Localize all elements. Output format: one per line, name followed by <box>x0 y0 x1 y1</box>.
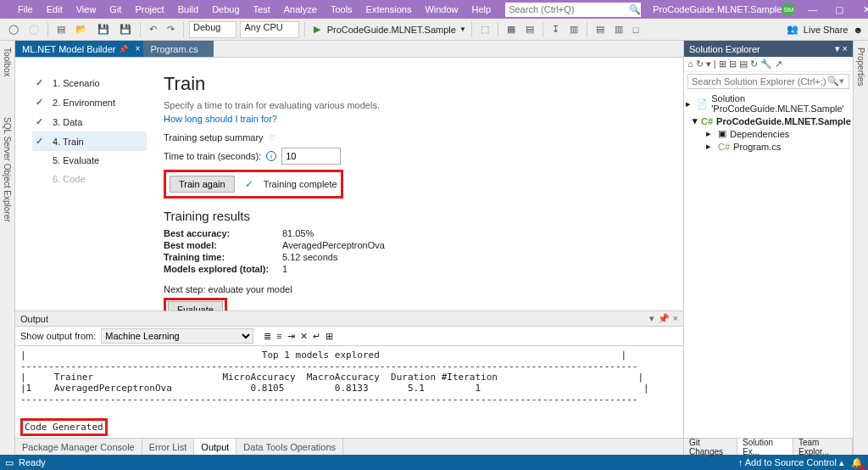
solution-search-input[interactable] <box>687 74 849 89</box>
notifications-icon[interactable]: 🔔 <box>851 457 863 468</box>
dropdown-icon[interactable]: ▾ <box>649 313 654 324</box>
wrench-icon[interactable]: 🔧 <box>760 59 772 70</box>
sol-icon[interactable]: ▾ <box>706 59 711 70</box>
search-icon[interactable]: 🔍▾ <box>827 76 844 87</box>
tree-project[interactable]: ▾C#ProCodeGuide.MLNET.Sample <box>686 115 851 127</box>
help-link[interactable]: How long should I train for? <box>164 114 666 124</box>
menu-view[interactable]: View <box>70 3 103 16</box>
tab-error-list[interactable]: Error List <box>142 439 195 455</box>
feedback-icon[interactable]: ☻ <box>853 25 863 35</box>
dropdown-icon[interactable]: ▾ × <box>835 43 848 54</box>
sol-icon[interactable]: ↻ <box>750 59 758 70</box>
step-evaluate[interactable]: 5. Evaluate <box>32 151 147 170</box>
tab-program-cs[interactable]: Program.cs <box>143 41 213 57</box>
train-again-button[interactable]: Train again <box>170 176 235 193</box>
sol-icon[interactable]: ↗ <box>775 59 782 70</box>
close-button[interactable]: ✕ <box>856 3 868 17</box>
new-file-icon[interactable]: ▤ <box>53 22 69 36</box>
user-badge[interactable]: SM <box>782 3 795 16</box>
live-share-icon[interactable]: 👥 <box>787 24 798 35</box>
output-tool-icon[interactable]: ≡ <box>276 331 281 341</box>
output-tool-icon[interactable]: ↵ <box>313 331 320 342</box>
live-share-button[interactable]: Live Share <box>804 25 849 35</box>
close-icon[interactable]: × <box>673 313 678 324</box>
home-icon[interactable]: ⌂ <box>687 59 693 70</box>
search-icon[interactable]: 🔍 <box>629 3 641 17</box>
step-train[interactable]: ✓4. Train <box>32 131 147 151</box>
tab-data-tools[interactable]: Data Tools Operations <box>236 439 343 455</box>
toolbar-icon-3[interactable]: ▤ <box>522 22 537 36</box>
toolbar-icon-4[interactable]: ↧ <box>548 22 563 36</box>
menu-test[interactable]: Test <box>248 3 276 16</box>
menu-edit[interactable]: Edit <box>41 3 69 16</box>
sol-icon[interactable]: ▤ <box>739 59 748 70</box>
output-textarea[interactable]: | Top 1 models explored | --------------… <box>15 346 683 417</box>
redo-icon[interactable]: ↷ <box>164 22 178 36</box>
sol-icon[interactable]: ⊞ <box>719 59 726 70</box>
menu-tools[interactable]: Tools <box>325 3 359 16</box>
chevron-right-icon[interactable]: ▸ <box>706 141 715 152</box>
config-select[interactable]: Debug <box>189 21 236 38</box>
undo-icon[interactable]: ↶ <box>146 22 160 36</box>
menu-build[interactable]: Build <box>172 3 204 16</box>
heart-icon[interactable]: ♡ <box>269 133 276 143</box>
evaluate-button[interactable]: Evaluate <box>168 301 223 311</box>
pin-icon[interactable]: 📌 <box>658 313 670 324</box>
tab-solution-explorer[interactable]: Solution Ex... <box>737 439 793 455</box>
open-icon[interactable]: 📂 <box>72 22 91 36</box>
nav-fwd-icon[interactable]: ◯ <box>25 22 42 36</box>
output-tool-icon[interactable]: ⊞ <box>326 331 333 342</box>
tab-git-changes[interactable]: Git Changes <box>684 439 737 455</box>
chevron-down-icon[interactable]: ▾ <box>693 115 698 126</box>
save-all-icon[interactable]: 💾 <box>116 22 135 36</box>
info-icon[interactable]: i <box>266 151 276 161</box>
sync-icon[interactable]: ↻ <box>696 59 704 70</box>
sql-server-tab[interactable]: SQL Server Object Explorer <box>3 114 12 226</box>
properties-tab[interactable]: Properties <box>856 44 865 90</box>
save-icon[interactable]: 💾 <box>94 22 113 36</box>
nav-back-icon[interactable]: ◯ <box>5 22 22 36</box>
tab-model-builder[interactable]: ML.NET Model Builder 📌 × <box>15 41 143 57</box>
toolbox-tab[interactable]: Toolbox <box>3 44 12 80</box>
toolbar-icon-8[interactable]: □ <box>630 23 643 36</box>
output-tool-icon[interactable]: ≣ <box>264 331 271 342</box>
menu-analyze[interactable]: Analyze <box>278 3 323 16</box>
chevron-right-icon[interactable]: ▸ <box>706 128 715 139</box>
start-debug-button[interactable]: ▶ <box>310 22 324 36</box>
menu-debug[interactable]: Debug <box>206 3 245 16</box>
output-tool-icon[interactable]: ✕ <box>300 331 308 342</box>
step-data[interactable]: ✓3. Data <box>32 112 147 131</box>
toolbar-icon-6[interactable]: ▤ <box>593 22 608 36</box>
menu-help[interactable]: Help <box>466 3 498 16</box>
tree-program-cs[interactable]: ▸C#Program.cs <box>686 140 851 153</box>
toolbar-icon-1[interactable]: ⬚ <box>477 22 492 36</box>
close-tab-icon[interactable]: × <box>136 44 141 53</box>
source-control-button[interactable]: ↑ Add to Source Control ▴ <box>738 457 844 468</box>
pin-icon[interactable]: 📌 <box>119 45 128 53</box>
toolbar-icon-2[interactable]: ▦ <box>504 22 519 36</box>
maximize-button[interactable]: ▢ <box>829 3 849 17</box>
menu-file[interactable]: File <box>12 3 39 16</box>
menu-git[interactable]: Git <box>103 3 127 16</box>
output-source-select[interactable]: Machine Learning <box>101 328 253 344</box>
chevron-right-icon[interactable]: ▸ <box>686 98 693 109</box>
minimize-button[interactable]: — <box>802 3 822 16</box>
menu-project[interactable]: Project <box>129 3 170 16</box>
search-input[interactable] <box>505 3 629 17</box>
output-tool-icon[interactable]: ⇥ <box>287 331 295 342</box>
tree-dependencies[interactable]: ▸▣Dependencies <box>686 127 851 140</box>
toolbar-icon-7[interactable]: ▥ <box>611 22 626 36</box>
menu-window[interactable]: Window <box>419 3 464 16</box>
menu-extensions[interactable]: Extensions <box>360 3 418 16</box>
tab-package-manager[interactable]: Package Manager Console <box>15 439 142 455</box>
tree-solution-root[interactable]: ▸📄Solution 'ProCodeGuide.MLNET.Sample' <box>686 92 851 115</box>
start-target[interactable]: ProCodeGuide.MLNET.Sample <box>327 25 456 35</box>
step-scenario[interactable]: ✓1. Scenario <box>32 73 147 92</box>
step-environment[interactable]: ✓2. Environment <box>32 92 147 112</box>
tab-team-explorer[interactable]: Team Explor... <box>793 439 853 455</box>
toolbar-icon-5[interactable]: ▥ <box>566 22 581 36</box>
time-input[interactable] <box>281 148 341 165</box>
sol-icon[interactable]: ⊟ <box>729 59 737 70</box>
platform-select[interactable]: Any CPU <box>240 21 298 38</box>
tab-output[interactable]: Output <box>194 439 236 455</box>
